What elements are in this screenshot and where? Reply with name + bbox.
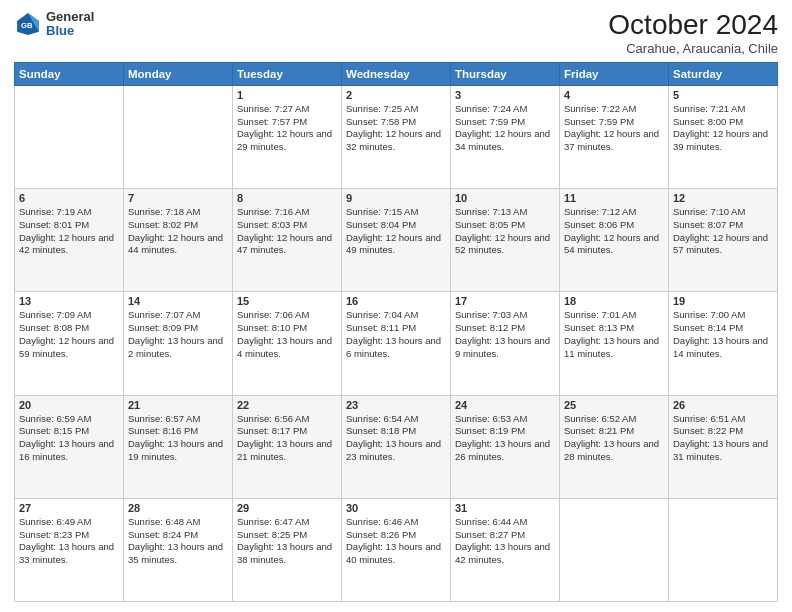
day-number: 16 (346, 295, 446, 307)
day-number: 26 (673, 399, 773, 411)
day-number: 25 (564, 399, 664, 411)
day-number: 18 (564, 295, 664, 307)
day-number: 5 (673, 89, 773, 101)
day-info: Sunrise: 7:15 AMSunset: 8:04 PMDaylight:… (346, 206, 446, 257)
day-info: Sunrise: 7:21 AMSunset: 8:00 PMDaylight:… (673, 103, 773, 154)
calendar-cell: 19Sunrise: 7:00 AMSunset: 8:14 PMDayligh… (669, 292, 778, 395)
day-info: Sunrise: 6:49 AMSunset: 8:23 PMDaylight:… (19, 516, 119, 567)
calendar-cell (560, 498, 669, 601)
week-row-5: 27Sunrise: 6:49 AMSunset: 8:23 PMDayligh… (15, 498, 778, 601)
day-info: Sunrise: 7:25 AMSunset: 7:58 PMDaylight:… (346, 103, 446, 154)
day-number: 23 (346, 399, 446, 411)
weekday-wednesday: Wednesday (342, 62, 451, 85)
day-number: 31 (455, 502, 555, 514)
calendar-cell: 1Sunrise: 7:27 AMSunset: 7:57 PMDaylight… (233, 85, 342, 188)
logo-blue: Blue (46, 24, 94, 38)
calendar-cell: 30Sunrise: 6:46 AMSunset: 8:26 PMDayligh… (342, 498, 451, 601)
day-number: 12 (673, 192, 773, 204)
calendar-cell: 24Sunrise: 6:53 AMSunset: 8:19 PMDayligh… (451, 395, 560, 498)
day-info: Sunrise: 7:18 AMSunset: 8:02 PMDaylight:… (128, 206, 228, 257)
day-info: Sunrise: 6:53 AMSunset: 8:19 PMDaylight:… (455, 413, 555, 464)
day-info: Sunrise: 7:07 AMSunset: 8:09 PMDaylight:… (128, 309, 228, 360)
svg-text:GB: GB (21, 21, 33, 30)
calendar-cell: 16Sunrise: 7:04 AMSunset: 8:11 PMDayligh… (342, 292, 451, 395)
calendar-cell: 26Sunrise: 6:51 AMSunset: 8:22 PMDayligh… (669, 395, 778, 498)
page: GB General Blue October 2024 Carahue, Ar… (0, 0, 792, 612)
day-info: Sunrise: 7:12 AMSunset: 8:06 PMDaylight:… (564, 206, 664, 257)
day-number: 20 (19, 399, 119, 411)
week-row-3: 13Sunrise: 7:09 AMSunset: 8:08 PMDayligh… (15, 292, 778, 395)
calendar-cell: 4Sunrise: 7:22 AMSunset: 7:59 PMDaylight… (560, 85, 669, 188)
header: GB General Blue October 2024 Carahue, Ar… (14, 10, 778, 56)
calendar-cell: 23Sunrise: 6:54 AMSunset: 8:18 PMDayligh… (342, 395, 451, 498)
day-info: Sunrise: 7:24 AMSunset: 7:59 PMDaylight:… (455, 103, 555, 154)
day-number: 7 (128, 192, 228, 204)
calendar-cell: 13Sunrise: 7:09 AMSunset: 8:08 PMDayligh… (15, 292, 124, 395)
day-number: 15 (237, 295, 337, 307)
day-info: Sunrise: 6:59 AMSunset: 8:15 PMDaylight:… (19, 413, 119, 464)
day-number: 30 (346, 502, 446, 514)
logo: GB General Blue (14, 10, 94, 39)
calendar-cell: 9Sunrise: 7:15 AMSunset: 8:04 PMDaylight… (342, 189, 451, 292)
calendar-cell (124, 85, 233, 188)
logo-text: General Blue (46, 10, 94, 39)
weekday-header-row: SundayMondayTuesdayWednesdayThursdayFrid… (15, 62, 778, 85)
calendar-cell: 12Sunrise: 7:10 AMSunset: 8:07 PMDayligh… (669, 189, 778, 292)
day-info: Sunrise: 7:16 AMSunset: 8:03 PMDaylight:… (237, 206, 337, 257)
day-number: 17 (455, 295, 555, 307)
calendar-cell: 7Sunrise: 7:18 AMSunset: 8:02 PMDaylight… (124, 189, 233, 292)
day-info: Sunrise: 7:06 AMSunset: 8:10 PMDaylight:… (237, 309, 337, 360)
day-info: Sunrise: 6:57 AMSunset: 8:16 PMDaylight:… (128, 413, 228, 464)
day-info: Sunrise: 7:01 AMSunset: 8:13 PMDaylight:… (564, 309, 664, 360)
day-info: Sunrise: 6:46 AMSunset: 8:26 PMDaylight:… (346, 516, 446, 567)
calendar-cell: 6Sunrise: 7:19 AMSunset: 8:01 PMDaylight… (15, 189, 124, 292)
day-info: Sunrise: 6:56 AMSunset: 8:17 PMDaylight:… (237, 413, 337, 464)
day-info: Sunrise: 7:27 AMSunset: 7:57 PMDaylight:… (237, 103, 337, 154)
day-number: 19 (673, 295, 773, 307)
day-info: Sunrise: 6:52 AMSunset: 8:21 PMDaylight:… (564, 413, 664, 464)
day-number: 2 (346, 89, 446, 101)
day-info: Sunrise: 7:04 AMSunset: 8:11 PMDaylight:… (346, 309, 446, 360)
calendar-cell: 31Sunrise: 6:44 AMSunset: 8:27 PMDayligh… (451, 498, 560, 601)
week-row-4: 20Sunrise: 6:59 AMSunset: 8:15 PMDayligh… (15, 395, 778, 498)
calendar-cell: 25Sunrise: 6:52 AMSunset: 8:21 PMDayligh… (560, 395, 669, 498)
calendar-cell: 3Sunrise: 7:24 AMSunset: 7:59 PMDaylight… (451, 85, 560, 188)
calendar-table: SundayMondayTuesdayWednesdayThursdayFrid… (14, 62, 778, 602)
day-number: 29 (237, 502, 337, 514)
day-info: Sunrise: 6:54 AMSunset: 8:18 PMDaylight:… (346, 413, 446, 464)
calendar-cell: 22Sunrise: 6:56 AMSunset: 8:17 PMDayligh… (233, 395, 342, 498)
day-number: 9 (346, 192, 446, 204)
day-number: 13 (19, 295, 119, 307)
calendar-cell: 11Sunrise: 7:12 AMSunset: 8:06 PMDayligh… (560, 189, 669, 292)
week-row-1: 1Sunrise: 7:27 AMSunset: 7:57 PMDaylight… (15, 85, 778, 188)
day-number: 8 (237, 192, 337, 204)
day-number: 3 (455, 89, 555, 101)
calendar-cell: 20Sunrise: 6:59 AMSunset: 8:15 PMDayligh… (15, 395, 124, 498)
day-number: 27 (19, 502, 119, 514)
day-number: 22 (237, 399, 337, 411)
day-number: 10 (455, 192, 555, 204)
calendar-title: October 2024 (608, 10, 778, 41)
title-block: October 2024 Carahue, Araucania, Chile (608, 10, 778, 56)
calendar-cell (669, 498, 778, 601)
day-number: 11 (564, 192, 664, 204)
calendar-cell: 21Sunrise: 6:57 AMSunset: 8:16 PMDayligh… (124, 395, 233, 498)
calendar-cell: 10Sunrise: 7:13 AMSunset: 8:05 PMDayligh… (451, 189, 560, 292)
calendar-subtitle: Carahue, Araucania, Chile (608, 41, 778, 56)
weekday-monday: Monday (124, 62, 233, 85)
day-number: 24 (455, 399, 555, 411)
weekday-saturday: Saturday (669, 62, 778, 85)
weekday-friday: Friday (560, 62, 669, 85)
day-info: Sunrise: 7:00 AMSunset: 8:14 PMDaylight:… (673, 309, 773, 360)
logo-general: General (46, 10, 94, 24)
day-info: Sunrise: 7:10 AMSunset: 8:07 PMDaylight:… (673, 206, 773, 257)
day-info: Sunrise: 7:13 AMSunset: 8:05 PMDaylight:… (455, 206, 555, 257)
calendar-cell: 17Sunrise: 7:03 AMSunset: 8:12 PMDayligh… (451, 292, 560, 395)
day-info: Sunrise: 6:51 AMSunset: 8:22 PMDaylight:… (673, 413, 773, 464)
calendar-cell: 27Sunrise: 6:49 AMSunset: 8:23 PMDayligh… (15, 498, 124, 601)
calendar-cell: 8Sunrise: 7:16 AMSunset: 8:03 PMDaylight… (233, 189, 342, 292)
weekday-sunday: Sunday (15, 62, 124, 85)
day-info: Sunrise: 7:22 AMSunset: 7:59 PMDaylight:… (564, 103, 664, 154)
calendar-cell: 29Sunrise: 6:47 AMSunset: 8:25 PMDayligh… (233, 498, 342, 601)
day-number: 28 (128, 502, 228, 514)
